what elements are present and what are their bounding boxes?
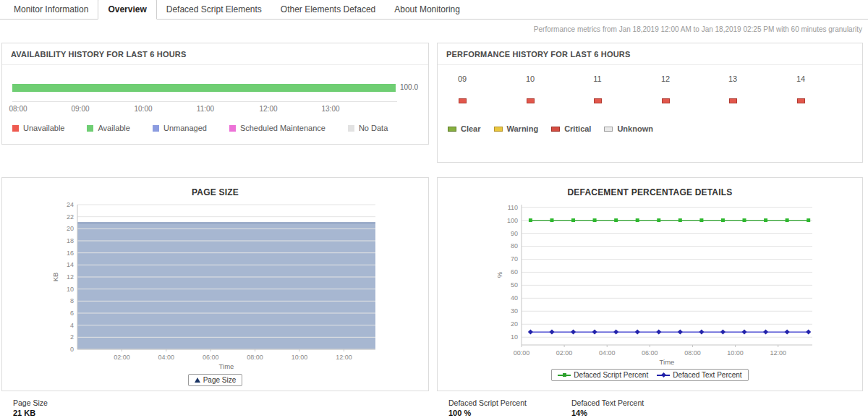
svg-text:22: 22 [67, 213, 74, 221]
availability-history-panel: AVAILABILITY HISTORY FOR LAST 6 HOURS 10… [1, 43, 429, 145]
metric-label: Defaced Script Percent [448, 398, 527, 407]
svg-text:04:00: 04:00 [599, 349, 616, 357]
unavailable-swatch-icon [12, 125, 19, 132]
legend-label: Defaced Text Percent [673, 371, 741, 379]
legend-item-warning: Warning [494, 124, 539, 133]
svg-text:12:00: 12:00 [336, 354, 352, 361]
svg-text:02:00: 02:00 [114, 354, 130, 361]
legend-entry-page-size: Page Size [195, 376, 237, 384]
legend-item-unavailable: Unavailable [12, 124, 64, 132]
svg-text:80: 80 [511, 242, 518, 249]
svg-text:12: 12 [67, 273, 74, 281]
defaced-script-percent-metric: Defaced Script Percent 100 % [448, 398, 527, 417]
page-size-chart[interactable]: 02468101214161820222402:0004:0006:0008:0… [5, 199, 428, 372]
unmanaged-swatch-icon [153, 125, 159, 132]
availability-panel-title: AVAILABILITY HISTORY FOR LAST 6 HOURS [2, 43, 428, 65]
availability-bar[interactable] [12, 84, 396, 92]
legend-item-no-data: No Data [348, 124, 388, 132]
svg-text:14: 14 [67, 261, 74, 268]
performance-panel-title: PERFORMANCE HISTORY FOR LAST 6 HOURS [438, 43, 862, 65]
tab-about-monitoring[interactable]: About Monitoring [385, 0, 469, 19]
available-swatch-icon [87, 125, 93, 132]
legend-item-unmanaged: Unmanaged [153, 124, 207, 132]
status-square-critical[interactable] [594, 98, 602, 103]
availability-axis-line [12, 101, 397, 102]
svg-text:10:00: 10:00 [727, 349, 744, 357]
monitor-overview-page: Monitor Information Overview Defaced Scr… [0, 0, 868, 418]
hour-label: 10 [510, 74, 550, 83]
critical-swatch-icon [551, 127, 560, 132]
perf-hour-column: 11 [577, 74, 618, 103]
status-square-critical[interactable] [662, 98, 670, 103]
legend-entry-defaced-script: Defaced Script Percent [558, 371, 648, 379]
defacement-chart-title: DEFACEMENT PERCENTAGE DETAILS [438, 187, 862, 197]
svg-text:90: 90 [511, 230, 518, 237]
legend-label: Available [98, 124, 129, 132]
svg-text:70: 70 [511, 255, 518, 263]
svg-text:2: 2 [70, 333, 74, 341]
status-square-critical[interactable] [527, 98, 535, 103]
metric-label: Page Size [13, 398, 48, 407]
perf-hour-column: 09 [442, 74, 482, 103]
no-data-swatch-icon [348, 125, 354, 132]
defaced-text-marker-icon [657, 372, 670, 378]
hour-label: 14 [780, 74, 821, 83]
svg-text:6: 6 [70, 310, 74, 317]
legend-item-scheduled-maintenance: Scheduled Maintenance [229, 124, 326, 132]
defacement-percentage-chart[interactable]: 10203040506070809010011000:0002:0004:000… [441, 199, 862, 368]
svg-text:KB: KB [51, 273, 59, 282]
status-square-critical[interactable] [797, 98, 805, 103]
legend-item-clear: Clear [448, 124, 481, 133]
legend-label: No Data [359, 124, 388, 132]
svg-text:%: % [495, 271, 503, 278]
tab-monitor-information[interactable]: Monitor Information [4, 0, 98, 19]
legend-label: Unknown [617, 124, 653, 133]
defaced-text-percent-metric: Defaced Text Percent 14% [571, 398, 644, 417]
availability-bar-value: 100.0 [400, 83, 418, 91]
tab-other-elements-defaced[interactable]: Other Elements Defaced [271, 0, 385, 19]
legend-label: Scheduled Maintenance [240, 124, 326, 132]
svg-text:60: 60 [511, 268, 518, 276]
legend-label: Defaced Script Percent [574, 371, 648, 379]
legend-label: Clear [461, 124, 481, 133]
svg-text:20: 20 [511, 320, 518, 328]
svg-text:110: 110 [508, 204, 518, 211]
performance-legend: Clear Warning Critical Unknown [448, 124, 653, 133]
legend-item-critical: Critical [551, 124, 591, 133]
performance-history-panel: PERFORMANCE HISTORY FOR LAST 6 HOURS 09 … [437, 43, 863, 163]
availability-tick-1100: 11:00 [190, 105, 221, 113]
legend-label: Unavailable [23, 124, 64, 132]
legend-box: Page Size [188, 374, 243, 386]
hour-label: 09 [442, 74, 482, 83]
status-square-critical[interactable] [459, 98, 467, 103]
perf-hour-column: 10 [510, 74, 550, 103]
legend-item-available: Available [87, 124, 129, 132]
svg-text:10: 10 [67, 286, 74, 293]
svg-text:04:00: 04:00 [158, 354, 175, 361]
warning-swatch-icon [494, 127, 503, 132]
legend-label: Unmanaged [163, 124, 207, 132]
svg-text:10:00: 10:00 [292, 354, 308, 361]
tab-overview[interactable]: Overview [98, 0, 156, 20]
svg-text:100: 100 [507, 217, 518, 224]
metric-label: Defaced Text Percent [571, 398, 644, 407]
page-size-panel: PAGE SIZE 02468101214161820222402:0004:0… [1, 177, 429, 391]
defacement-chart-legend: Defaced Script Percent Defaced Text Perc… [438, 368, 862, 381]
hour-label: 13 [712, 74, 753, 83]
metric-value: 21 KB [13, 409, 48, 417]
svg-text:Time: Time [660, 358, 675, 366]
availability-tick-1000: 10:00 [127, 105, 159, 113]
status-square-critical[interactable] [729, 98, 737, 103]
tab-defaced-script-elements[interactable]: Defaced Script Elements [157, 0, 271, 19]
svg-text:24: 24 [67, 201, 74, 208]
unknown-swatch-icon [604, 127, 613, 132]
svg-text:02:00: 02:00 [556, 349, 573, 357]
hour-label: 12 [645, 74, 686, 83]
svg-text:08:00: 08:00 [684, 349, 701, 357]
svg-text:50: 50 [511, 281, 518, 289]
perf-hour-column: 12 [645, 74, 686, 103]
svg-text:06:00: 06:00 [642, 349, 658, 357]
legend-item-unknown: Unknown [604, 124, 653, 133]
availability-tick-0800: 08:00 [2, 105, 34, 113]
legend-label: Critical [564, 124, 591, 133]
